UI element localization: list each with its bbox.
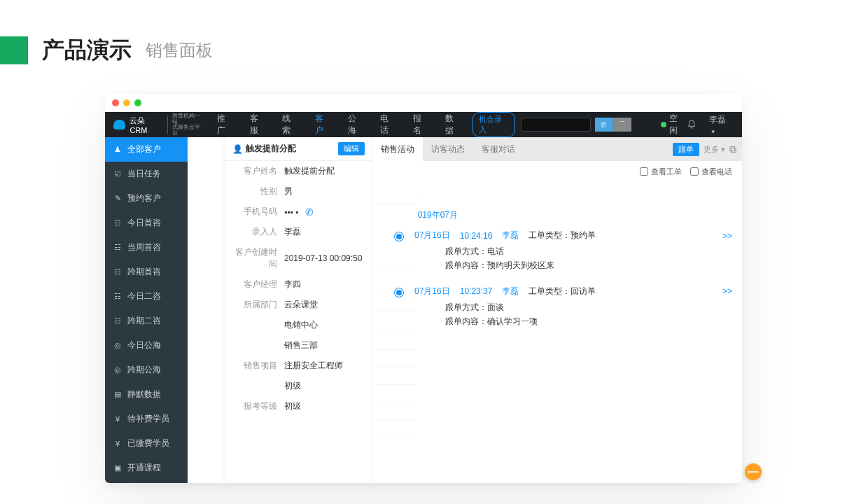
nav-报名[interactable]: 报名	[406, 112, 436, 137]
nav-公海[interactable]: 公海	[341, 112, 371, 137]
sidebar-item-5[interactable]: ☷跨期首咨	[105, 260, 188, 284]
sidebar-label: 静默数据	[127, 388, 161, 400]
detail-fields: 客户姓名触发提前分配性别男手机号码▪▪▪ ▪✆录入人李磊客户创建时间2019-0…	[225, 161, 372, 416]
field-label	[232, 319, 277, 331]
search-input[interactable]	[521, 118, 591, 132]
field-label: 客户创建时间	[232, 246, 277, 270]
sidebar-label: 待补费学员	[127, 413, 169, 425]
fee-icon: ¥	[113, 440, 122, 448]
detail-field-1: 性别男	[225, 181, 372, 202]
timeline-item-1: 07月16日 10:23:37 李磊 工单类型：回访单 >> 跟单方式：面谈 跟…	[399, 286, 732, 329]
course-icon: ▣	[113, 463, 122, 472]
entry-date: 07月16日	[414, 230, 450, 241]
entry-user: 李磊	[502, 286, 519, 298]
cloud-icon	[113, 120, 125, 130]
entry-method: 跟单方式：电话	[445, 244, 732, 258]
topbar: 云朵CRM 教育机构一站 式服务云平台 推广客服线索客户公海电话报名数据 机会录…	[105, 112, 742, 137]
field-label	[232, 340, 277, 351]
sidebar-item-2[interactable]: ✎预约客户	[105, 186, 188, 211]
sidebar-label: 当周首咨	[127, 241, 161, 253]
sidebar-label: 当日任务	[127, 168, 161, 180]
nav-数据[interactable]: 数据	[438, 112, 468, 137]
head-icon: ☷	[113, 243, 122, 252]
tab-销售活动[interactable]: 销售活动	[372, 137, 423, 161]
data-icon: ▤	[113, 390, 122, 399]
detail-field-3: 录入人李磊	[225, 222, 372, 242]
topbar-right: 李磊 ▼	[687, 114, 734, 136]
sidebar-item-10[interactable]: ▤静默数据	[105, 382, 188, 407]
hangup-icon[interactable]: ⌒	[613, 118, 631, 132]
slide-title: 产品演示	[42, 35, 132, 66]
sea-icon: ◎	[113, 365, 122, 374]
logo-text: 云朵CRM	[130, 115, 167, 134]
window-min-dot[interactable]	[123, 99, 130, 106]
sidebar-label: 全部客户	[127, 144, 161, 155]
edit-button[interactable]: 编辑	[338, 142, 365, 155]
float-minus-button[interactable]: —	[745, 463, 762, 480]
sidebar-item-9[interactable]: ◎跨期公海	[105, 358, 188, 382]
sidebar-item-0[interactable]: ♟全部客户	[105, 137, 188, 162]
entry-user: 李磊	[502, 230, 519, 241]
status-label: 空闲	[669, 113, 685, 136]
sidebar-item-11[interactable]: ¥待补费学员	[105, 407, 188, 431]
sidebar-label: 预约客户	[127, 192, 161, 204]
view-calls-checkbox[interactable]: 查看电话	[690, 167, 732, 177]
open-in-new-window-icon[interactable]: ⧉	[729, 144, 736, 155]
timeline-year: 2019年	[391, 186, 732, 198]
entry-date: 07月16日	[414, 286, 450, 298]
sidebar-item-3[interactable]: ☷今日首咨	[105, 211, 188, 235]
nav-推广[interactable]: 推广	[210, 112, 240, 137]
nav-线索[interactable]: 线索	[275, 112, 305, 137]
sidebar-item-4[interactable]: ☷当周首咨	[105, 235, 188, 260]
sidebar-label: 开通课程	[127, 462, 161, 474]
field-label: 销售项目	[232, 360, 277, 372]
logo-meta1: 教育机构一站	[172, 113, 204, 125]
user-menu[interactable]: 李磊 ▼	[709, 114, 734, 136]
sidebar-item-7[interactable]: ☷跨期二咨	[105, 309, 188, 333]
field-label: 性别	[232, 186, 277, 197]
detail-field-4: 客户创建时间2019-07-13 00:09:50	[225, 242, 372, 274]
nav-客服[interactable]: 客服	[243, 112, 273, 137]
sidebar-item-14[interactable]: ✎我的订单	[105, 480, 188, 483]
app-body: ♟全部客户☑当日任务✎预约客户☷今日首咨☷当周首咨☷跨期首咨☷今日二咨☷跨期二咨…	[105, 137, 742, 483]
nav-电话[interactable]: 电话	[373, 112, 403, 137]
sidebar-item-1[interactable]: ☑当日任务	[105, 162, 188, 186]
field-label: 手机号码	[232, 206, 277, 218]
nav-客户[interactable]: 客户	[308, 112, 338, 137]
expand-arrow-icon[interactable]: >>	[722, 231, 732, 241]
detail-field-8: 销售三部	[225, 335, 372, 356]
detail-field-2: 手机号码▪▪▪ ▪✆	[225, 202, 372, 222]
bell-icon[interactable]	[687, 120, 696, 130]
status-dot-icon	[661, 122, 666, 127]
detail-field-11: 报考等级初级	[225, 396, 372, 416]
more-menu[interactable]: 更多 ▾	[704, 144, 725, 155]
tabbar: 销售活动访客动态客服对话 跟单 更多 ▾ ⧉	[372, 137, 742, 161]
top-nav: 推广客服线索客户公海电话报名数据	[210, 112, 468, 137]
head-icon: ☷	[113, 267, 122, 276]
field-label: 录入人	[232, 226, 277, 238]
sidebar-label: 跨期首咨	[127, 266, 161, 278]
call-icon[interactable]: ✆	[595, 118, 613, 132]
detail-field-6: 所属部门云朵课堂	[225, 295, 372, 315]
task-icon: ☑	[113, 169, 122, 178]
logo[interactable]: 云朵CRM 教育机构一站 式服务云平台	[113, 113, 204, 136]
sidebar-item-13[interactable]: ▣开通课程	[105, 456, 188, 480]
tab-访客动态[interactable]: 访客动态	[423, 137, 473, 161]
sidebar-label: 跨期二咨	[127, 315, 161, 327]
expand-arrow-icon[interactable]: >>	[722, 286, 732, 296]
tab-客服对话[interactable]: 客服对话	[473, 137, 524, 161]
app-window: 云朵CRM 教育机构一站 式服务云平台 推广客服线索客户公海电话报名数据 机会录…	[105, 94, 742, 483]
head-icon: ☷	[113, 218, 122, 227]
status-selector[interactable]: 空闲	[661, 113, 685, 136]
follow-button[interactable]: 跟单	[673, 143, 699, 156]
slide-header: 产品演示 销售面板	[0, 0, 847, 80]
phone-icon[interactable]: ✆	[305, 206, 314, 218]
timeline-item-0: 07月16日 10:24:16 李磊 工单类型：预约单 >> 跟单方式：电话 跟…	[399, 230, 732, 273]
window-max-dot[interactable]	[134, 99, 141, 106]
sidebar-item-12[interactable]: ¥已缴费学员	[105, 431, 188, 456]
sidebar-item-8[interactable]: ◎今日公海	[105, 333, 188, 358]
view-tickets-checkbox[interactable]: 查看工单	[640, 167, 682, 177]
window-close-dot[interactable]	[112, 99, 119, 106]
sidebar-item-6[interactable]: ☷今日二咨	[105, 284, 188, 309]
opportunity-entry-chip[interactable]: 机会录入	[472, 112, 515, 137]
